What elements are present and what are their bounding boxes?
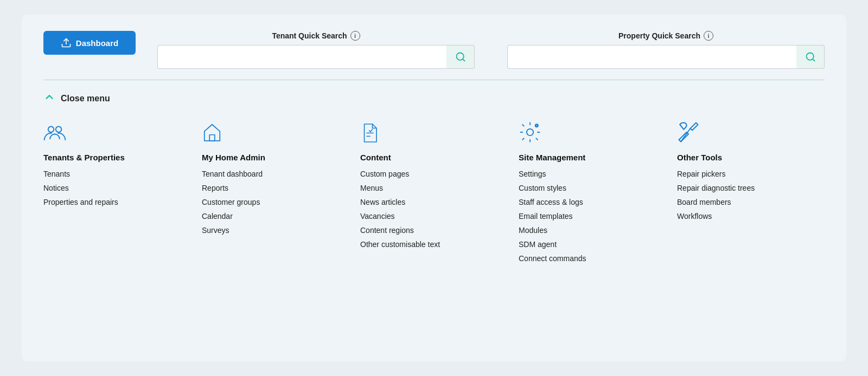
property-search-input-row xyxy=(507,45,825,69)
close-menu-label[interactable]: Close menu xyxy=(61,94,110,103)
house-icon xyxy=(202,121,349,146)
column-title-my-home-admin: My Home Admin xyxy=(202,153,349,162)
news-articles-link[interactable]: News articles xyxy=(360,198,508,206)
svg-point-10 xyxy=(527,129,533,135)
tenant-search-label: Tenant Quick Search i xyxy=(157,31,475,41)
tools-icon xyxy=(677,121,825,146)
customer-groups-link[interactable]: Customer groups xyxy=(202,198,349,206)
reports-link[interactable]: Reports xyxy=(202,184,349,192)
gear-icon xyxy=(519,121,666,146)
custom-pages-link[interactable]: Custom pages xyxy=(360,170,508,178)
repair-diagnostic-link[interactable]: Repair diagnostic trees xyxy=(677,184,825,192)
menu-column-other-tools: Other ToolsRepair pickersRepair diagnost… xyxy=(677,121,825,268)
content-regions-link[interactable]: Content regions xyxy=(360,226,508,235)
svg-line-13 xyxy=(681,128,691,142)
close-menu-row[interactable]: Close menu xyxy=(43,91,825,106)
menu-column-my-home-admin: My Home AdminTenant dashboardReportsCust… xyxy=(202,121,349,268)
menu-column-tenants-properties: Tenants & PropertiesTenantsNoticesProper… xyxy=(43,121,191,268)
custom-styles-link[interactable]: Custom styles xyxy=(519,184,666,192)
calendar-link[interactable]: Calendar xyxy=(202,212,349,221)
menu-column-content: ContentCustom pagesMenusNews articlesVac… xyxy=(360,121,508,268)
properties-repairs-link[interactable]: Properties and repairs xyxy=(43,198,191,206)
svg-line-2 xyxy=(462,59,464,61)
people-icon xyxy=(43,121,191,146)
notices-link[interactable]: Notices xyxy=(43,184,191,192)
property-search-input[interactable] xyxy=(507,45,796,69)
column-title-site-management: Site Management xyxy=(519,153,666,162)
other-customisable-link[interactable]: Other customisable text xyxy=(360,240,508,249)
modules-link[interactable]: Modules xyxy=(519,226,666,235)
svg-point-6 xyxy=(56,127,62,133)
main-container: Dashboard Tenant Quick Search i xyxy=(22,15,846,361)
column-title-other-tools: Other Tools xyxy=(677,153,825,162)
tenant-search-info-icon[interactable]: i xyxy=(350,31,360,41)
svg-line-4 xyxy=(812,59,814,61)
tenant-search-group: Tenant Quick Search i xyxy=(157,31,475,69)
settings-link[interactable]: Settings xyxy=(519,170,666,178)
board-members-link[interactable]: Board members xyxy=(677,198,825,206)
tenants-link[interactable]: Tenants xyxy=(43,170,191,178)
sdm-agent-link[interactable]: SDM agent xyxy=(519,240,666,249)
vacancies-link[interactable]: Vacancies xyxy=(360,212,508,221)
tenant-search-button[interactable] xyxy=(446,45,475,69)
search-areas: Tenant Quick Search i Property Qu xyxy=(157,31,825,69)
tenant-search-input[interactable] xyxy=(157,45,446,69)
svg-rect-7 xyxy=(209,135,215,141)
property-search-icon xyxy=(805,51,816,62)
staff-access-link[interactable]: Staff access & logs xyxy=(519,198,666,206)
column-title-content: Content xyxy=(360,153,508,162)
tenant-dashboard-link[interactable]: Tenant dashboard xyxy=(202,170,349,178)
property-search-info-icon[interactable]: i xyxy=(704,31,713,41)
menu-columns: Tenants & PropertiesTenantsNoticesProper… xyxy=(43,121,825,268)
dashboard-button[interactable]: Dashboard xyxy=(43,31,136,55)
column-title-tenants-properties: Tenants & Properties xyxy=(43,153,191,162)
document-icon xyxy=(360,121,508,146)
divider xyxy=(43,80,825,80)
dashboard-label: Dashboard xyxy=(76,38,118,48)
dashboard-icon xyxy=(61,37,72,48)
email-templates-link[interactable]: Email templates xyxy=(519,212,666,221)
chevron-up-icon xyxy=(43,91,55,106)
tenant-search-icon xyxy=(455,51,466,62)
property-search-label: Property Quick Search i xyxy=(507,31,825,41)
menus-link[interactable]: Menus xyxy=(360,184,508,192)
connect-commands-link[interactable]: Connect commands xyxy=(519,254,666,263)
svg-point-5 xyxy=(48,127,54,133)
top-bar: Dashboard Tenant Quick Search i xyxy=(43,31,825,69)
repair-pickers-link[interactable]: Repair pickers xyxy=(677,170,825,178)
property-search-group: Property Quick Search i xyxy=(507,31,825,69)
menu-column-site-management: Site ManagementSettingsCustom stylesStaf… xyxy=(519,121,666,268)
tenant-search-input-row xyxy=(157,45,475,69)
surveys-link[interactable]: Surveys xyxy=(202,226,349,235)
property-search-button[interactable] xyxy=(796,45,825,69)
workflows-link[interactable]: Workflows xyxy=(677,212,825,221)
svg-point-12 xyxy=(536,125,538,127)
svg-line-14 xyxy=(680,125,684,129)
